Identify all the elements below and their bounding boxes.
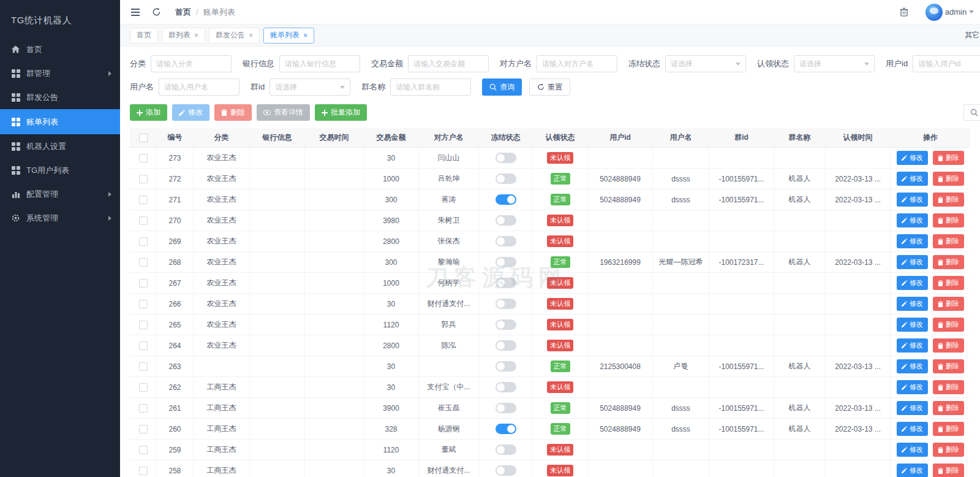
- row-checkbox[interactable]: [139, 216, 148, 225]
- row-checkbox[interactable]: [139, 300, 148, 308]
- row-delete-button[interactable]: 删除: [933, 276, 964, 290]
- toolbar-button-修改[interactable]: 修改: [172, 104, 209, 121]
- row-delete-button[interactable]: 删除: [933, 422, 964, 436]
- row-delete-button[interactable]: 删除: [933, 297, 964, 311]
- row-checkbox[interactable]: [139, 362, 148, 371]
- row-edit-button[interactable]: 修改: [897, 401, 928, 415]
- tab-群列表[interactable]: 群列表 ×: [162, 28, 205, 44]
- more-actions-dropdown[interactable]: 其它操作: [965, 30, 980, 40]
- row-delete-button[interactable]: 删除: [933, 443, 964, 457]
- row-checkbox[interactable]: [139, 342, 148, 350]
- frozen-toggle[interactable]: [496, 257, 516, 267]
- toolbar-button-删除[interactable]: 删除: [214, 104, 252, 121]
- frozen-toggle[interactable]: [496, 340, 516, 351]
- row-edit-button[interactable]: 修改: [897, 234, 928, 248]
- tab-账单列表[interactable]: 账单列表 ×: [263, 28, 314, 44]
- search-button[interactable]: 查询: [482, 78, 522, 96]
- row-checkbox[interactable]: [139, 196, 148, 204]
- row-delete-button[interactable]: 删除: [933, 213, 964, 227]
- row-delete-button[interactable]: 删除: [933, 380, 964, 394]
- row-checkbox[interactable]: [139, 383, 148, 392]
- row-checkbox[interactable]: [139, 425, 148, 433]
- row-edit-button[interactable]: 修改: [897, 172, 928, 186]
- row-checkbox[interactable]: [139, 404, 148, 413]
- sidebar-item-配置管理[interactable]: 配置管理: [0, 182, 120, 206]
- user-menu[interactable]: admin: [925, 4, 974, 21]
- reset-button[interactable]: 重置: [529, 78, 570, 96]
- row-delete-button[interactable]: 删除: [933, 318, 964, 332]
- row-edit-button[interactable]: 修改: [897, 380, 928, 394]
- sidebar-item-首页[interactable]: 首页: [0, 37, 120, 61]
- frozen-toggle[interactable]: [496, 319, 516, 330]
- row-checkbox[interactable]: [139, 467, 148, 475]
- row-delete-button[interactable]: 删除: [933, 234, 964, 248]
- row-checkbox[interactable]: [139, 321, 148, 329]
- frozen-toggle[interactable]: [496, 153, 516, 163]
- toolbar-button-批量添加[interactable]: 批量添加: [315, 104, 367, 121]
- row-edit-button[interactable]: 修改: [897, 338, 928, 353]
- row-edit-button[interactable]: 修改: [897, 318, 928, 332]
- frozen-toggle[interactable]: [496, 361, 516, 372]
- filter-input[interactable]: [913, 55, 980, 72]
- row-edit-button[interactable]: 修改: [897, 359, 928, 373]
- filter-input[interactable]: [408, 55, 489, 72]
- sidebar-item-群管理[interactable]: 群管理: [0, 61, 120, 85]
- sidebar-item-账单列表[interactable]: 账单列表: [0, 109, 120, 134]
- sidebar-item-机器人设置[interactable]: 机器人设置: [0, 134, 120, 158]
- row-edit-button[interactable]: 修改: [897, 464, 928, 477]
- row-checkbox[interactable]: [139, 279, 148, 288]
- sidebar-item-系统管理[interactable]: 系统管理: [0, 206, 120, 230]
- frozen-toggle[interactable]: [496, 424, 516, 434]
- frozen-toggle[interactable]: [496, 382, 516, 392]
- search-icon-button[interactable]: [963, 104, 980, 121]
- row-checkbox[interactable]: [139, 258, 148, 267]
- frozen-toggle[interactable]: [496, 465, 516, 476]
- frozen-toggle[interactable]: [496, 215, 516, 226]
- row-delete-button[interactable]: 删除: [933, 193, 964, 207]
- row-edit-button[interactable]: 修改: [897, 255, 928, 269]
- refresh-icon[interactable]: [148, 4, 164, 20]
- tab-首页[interactable]: 首页: [130, 28, 158, 44]
- row-edit-button[interactable]: 修改: [897, 276, 928, 290]
- row-delete-button[interactable]: 删除: [933, 338, 964, 353]
- breadcrumb-home[interactable]: 首页: [175, 7, 191, 18]
- filter-input[interactable]: [151, 55, 232, 72]
- frozen-toggle[interactable]: [496, 236, 516, 246]
- hamburger-icon[interactable]: [127, 4, 143, 20]
- sidebar-item-群发公告[interactable]: 群发公告: [0, 85, 120, 109]
- filter-select[interactable]: 请选择: [665, 55, 746, 72]
- filter-input[interactable]: [279, 55, 360, 72]
- row-delete-button[interactable]: 删除: [933, 172, 964, 186]
- filter-input[interactable]: [159, 78, 239, 96]
- frozen-toggle[interactable]: [496, 445, 516, 455]
- close-icon[interactable]: ×: [194, 32, 198, 39]
- frozen-toggle[interactable]: [496, 174, 516, 184]
- frozen-toggle[interactable]: [496, 403, 516, 413]
- tab-群发公告[interactable]: 群发公告 ×: [209, 28, 260, 44]
- row-delete-button[interactable]: 删除: [933, 151, 964, 165]
- trash-icon[interactable]: [896, 4, 912, 20]
- row-edit-button[interactable]: 修改: [897, 297, 928, 311]
- frozen-toggle[interactable]: [496, 278, 516, 288]
- row-delete-button[interactable]: 删除: [933, 255, 964, 269]
- row-checkbox[interactable]: [139, 446, 148, 454]
- row-checkbox[interactable]: [139, 175, 148, 183]
- row-edit-button[interactable]: 修改: [897, 151, 928, 165]
- row-checkbox[interactable]: [139, 237, 148, 246]
- frozen-toggle[interactable]: [496, 194, 516, 205]
- sidebar-item-TG用户列表[interactable]: TG用户列表: [0, 158, 120, 182]
- filter-select[interactable]: 请选择: [794, 55, 875, 72]
- filter-select[interactable]: 请选择: [270, 78, 350, 96]
- frozen-toggle[interactable]: [496, 299, 516, 309]
- row-edit-button[interactable]: 修改: [897, 422, 928, 436]
- filter-input[interactable]: [390, 78, 471, 96]
- row-edit-button[interactable]: 修改: [897, 443, 928, 457]
- select-all-checkbox[interactable]: [139, 134, 148, 142]
- avatar[interactable]: [925, 4, 943, 21]
- filter-input[interactable]: [537, 55, 617, 72]
- row-edit-button[interactable]: 修改: [897, 213, 928, 227]
- row-delete-button[interactable]: 删除: [933, 401, 964, 415]
- row-delete-button[interactable]: 删除: [933, 464, 964, 477]
- toolbar-button-查看详情[interactable]: 查看详情: [257, 104, 310, 121]
- close-icon[interactable]: ×: [249, 32, 253, 39]
